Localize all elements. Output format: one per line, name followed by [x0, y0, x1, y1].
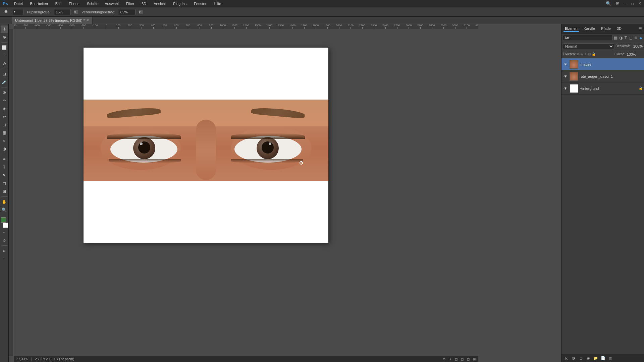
layer-name-images: images: [580, 62, 643, 66]
tool-eraser[interactable]: ◻: [1, 121, 8, 128]
tool-pen[interactable]: ✒: [1, 156, 8, 163]
tool-mode-normal[interactable]: ○: [1, 229, 8, 236]
tool-spot-heal[interactable]: ⊛: [1, 89, 8, 96]
menu-schrift[interactable]: Schrift: [86, 1, 99, 6]
layer-style-btn[interactable]: ◑: [570, 355, 577, 361]
status-icon-5[interactable]: ◻: [467, 357, 470, 361]
maximize-btn[interactable]: □: [631, 2, 634, 6]
menu-3d[interactable]: 3D: [140, 1, 148, 6]
panel-tab-3d[interactable]: 3D: [615, 26, 623, 32]
layer-search-input[interactable]: [563, 35, 612, 41]
menu-bild[interactable]: Bild: [54, 1, 63, 6]
menu-plugins[interactable]: Plug-ins: [172, 1, 188, 6]
document-tab-close[interactable]: ×: [87, 18, 89, 22]
status-icon-1[interactable]: ⊙: [443, 357, 445, 361]
canvas-area[interactable]: [19, 34, 478, 356]
tool-stamp[interactable]: ◈: [1, 105, 8, 112]
tool-crop[interactable]: ⊡: [1, 70, 8, 78]
tool-lasso[interactable]: ⌒: [1, 52, 8, 59]
menu-filter[interactable]: Filter: [125, 1, 136, 6]
tool-preset-picker[interactable]: 👁: [3, 9, 9, 15]
foreground-color-swatch[interactable]: [1, 217, 6, 223]
lock-all-icon[interactable]: 🔒: [592, 52, 596, 56]
arrange-icon[interactable]: ⊞: [616, 1, 620, 6]
menu-ebene[interactable]: Ebene: [67, 1, 81, 6]
tool-brush[interactable]: ✏: [1, 97, 8, 104]
layer-filter-pixel[interactable]: ▦: [614, 35, 618, 41]
pupil-size-slider[interactable]: ▾: [74, 10, 78, 14]
darken-input[interactable]: [119, 9, 136, 15]
layer-filter-shape[interactable]: ◻: [629, 35, 633, 41]
menu-bearbeiten[interactable]: Bearbeiten: [29, 1, 49, 6]
canvas-top-white: [84, 48, 328, 100]
close-btn[interactable]: ✕: [638, 1, 641, 6]
tool-path-select[interactable]: ↖: [1, 172, 8, 179]
lock-transparent-icon[interactable]: ⊘: [577, 52, 580, 56]
tool-gradient[interactable]: ▦: [1, 129, 8, 136]
layer-new-btn[interactable]: 📄: [600, 355, 606, 361]
tool-eyedropper[interactable]: 💉: [1, 78, 8, 86]
minimize-btn[interactable]: ─: [624, 2, 627, 6]
lock-artboard-icon[interactable]: ⊡: [588, 52, 591, 56]
screen-mode-btn[interactable]: ⊟: [1, 247, 8, 254]
status-bar: 37,33% 2600 x 2000 Px (72 ppcm) ⊙ ✦ ◻ ◻ …: [14, 356, 478, 362]
layer-visibility-hintergrund[interactable]: 👁: [563, 86, 568, 91]
tool-history-brush[interactable]: ↩: [1, 113, 8, 120]
menu-datei[interactable]: Datei: [13, 1, 24, 6]
layer-filter-smart[interactable]: ⊛: [634, 35, 638, 41]
tool-type[interactable]: T: [1, 164, 8, 171]
tool-separator-7: [1, 245, 7, 246]
lock-brush-icon[interactable]: ✏: [581, 52, 583, 56]
menu-fenster[interactable]: Fenster: [193, 1, 208, 6]
background-color-swatch[interactable]: [3, 223, 8, 228]
menu-hilfe[interactable]: Hilfe: [212, 1, 222, 6]
tool-quick-select[interactable]: ⊙: [1, 60, 8, 67]
tool-move[interactable]: ✛: [1, 25, 8, 33]
tool-zoom[interactable]: 🔍: [1, 206, 8, 214]
fill-value[interactable]: 100%: [627, 52, 643, 56]
layer-adjustment-btn[interactable]: ◉: [585, 355, 592, 361]
menu-bar: Ps Datei Bearbeiten Bild Ebene Schrift A…: [0, 0, 644, 7]
menu-ansicht[interactable]: Ansicht: [152, 1, 167, 6]
layer-item-rote-augen[interactable]: 👁 rote_augen_davor-1: [561, 70, 644, 82]
tool-dodge[interactable]: ◑: [1, 145, 8, 153]
darken-slider[interactable]: ▾: [139, 10, 143, 14]
status-icon-4[interactable]: ◻: [461, 357, 464, 361]
blend-mode-select[interactable]: Normal Multiply Screen: [563, 43, 614, 49]
tool-preset-dropdown[interactable]: ▾: [13, 9, 23, 15]
tool-artboard[interactable]: ⊕: [1, 34, 8, 41]
status-icon-3[interactable]: ◻: [455, 357, 458, 361]
lock-move-icon[interactable]: ✛: [584, 52, 587, 56]
layer-group-btn[interactable]: 📁: [592, 355, 599, 361]
layer-fx-btn[interactable]: fx: [563, 355, 570, 361]
tool-rectangular-marquee[interactable]: ⬜: [1, 44, 8, 51]
more-tools-btn[interactable]: ···: [1, 255, 8, 262]
tool-3d[interactable]: ⊞: [1, 188, 8, 195]
tool-mode-quick-mask[interactable]: ◎: [1, 237, 8, 244]
tool-hand[interactable]: ✋: [1, 198, 8, 205]
layer-item-images[interactable]: 👁 images: [561, 58, 644, 70]
layer-name-hintergrund: Hintergrund: [580, 86, 637, 90]
menu-auswahl[interactable]: Auswahl: [103, 1, 120, 6]
status-icon-6[interactable]: ⊞: [473, 357, 476, 361]
pupil-size-label: Pupillengröße:: [27, 10, 51, 14]
layer-filter-text[interactable]: T: [624, 35, 628, 41]
layer-visibility-images[interactable]: 👁: [563, 62, 568, 67]
layer-filter-toggle[interactable]: ●: [639, 35, 643, 41]
panel-menu-icon[interactable]: ☰: [638, 26, 642, 31]
tool-blur[interactable]: ○: [1, 137, 8, 144]
document-tab[interactable]: Unbenannt-1 bei 37,3% (images, RGB/8) * …: [12, 17, 93, 24]
pupil-size-input[interactable]: [54, 9, 71, 15]
panel-tab-kanaele[interactable]: Kanäle: [582, 26, 596, 32]
tool-shape[interactable]: ◻: [1, 180, 8, 187]
opacity-value[interactable]: 100%: [632, 44, 643, 48]
layer-filter-adjust[interactable]: ◑: [619, 35, 623, 41]
layer-mask-btn[interactable]: ◻: [578, 355, 584, 361]
search-icon[interactable]: 🔍: [606, 1, 611, 6]
panel-tab-pfade[interactable]: Pfade: [600, 26, 612, 32]
panel-tab-ebenen[interactable]: Ebenen: [564, 26, 579, 32]
status-icon-2[interactable]: ✦: [449, 357, 451, 361]
layer-item-hintergrund[interactable]: 👁 Hintergrund 🔒: [561, 82, 644, 95]
layer-delete-btn[interactable]: 🗑: [607, 355, 614, 361]
layer-visibility-rote-augen[interactable]: 👁: [563, 74, 568, 79]
